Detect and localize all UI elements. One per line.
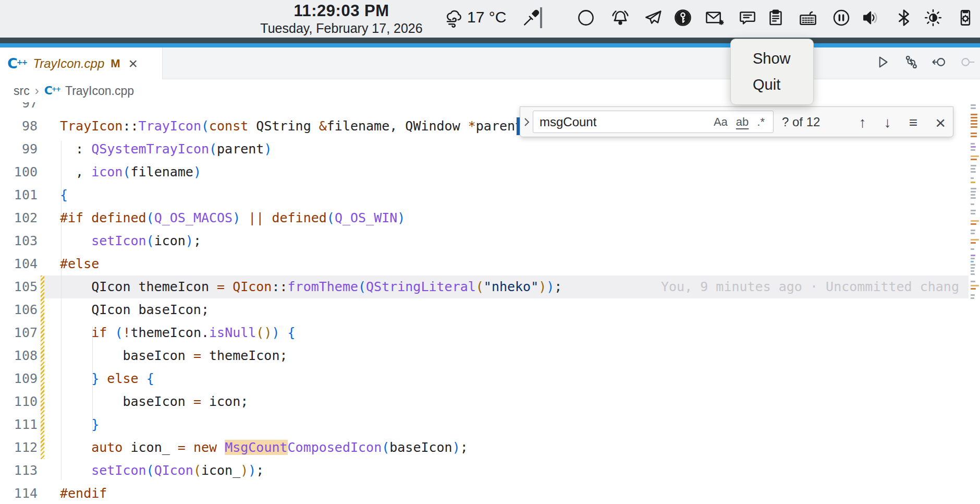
minimap-mark (971, 233, 975, 234)
minimap-mark (971, 194, 975, 196)
keepassxc-key-icon[interactable] (671, 6, 694, 29)
code-line[interactable]: 113 setIcon(QIcon(icon_)); (0, 459, 980, 482)
next-change-icon[interactable] (958, 53, 977, 71)
code-line[interactable]: 102#if defined(Q_OS_MACOS) || defined(Q_… (0, 207, 980, 230)
minimap-mark (971, 264, 975, 266)
code-line[interactable]: 108 baseIcon = themeIcon; (0, 344, 980, 367)
tab-trayicon-cpp[interactable]: C++ TrayIcon.cpp M × (0, 47, 163, 79)
weather-cloud-wind-icon[interactable] (443, 6, 466, 29)
find-previous-icon[interactable]: ↑ (859, 115, 866, 130)
cpp-file-icon: C++ (44, 85, 61, 97)
line-number: 100 (0, 161, 38, 184)
match-case-toggle[interactable]: Aa (714, 115, 728, 129)
open-changes-icon[interactable] (902, 53, 921, 71)
cpp-file-icon: C++ (7, 56, 28, 70)
find-next-icon[interactable]: ↓ (884, 115, 891, 130)
minimap-mark (971, 288, 976, 290)
minimap-mark (971, 120, 977, 122)
line-number: 112 (0, 436, 38, 459)
line-number: 105 (0, 275, 38, 298)
minimap-mark (971, 270, 974, 272)
code-line[interactable]: 114#endif (0, 482, 980, 504)
code-line[interactable]: 104#else (0, 253, 980, 275)
find-in-selection-icon[interactable]: ≡ (909, 115, 917, 130)
code-line[interactable]: 106 QIcon baseIcon; (0, 298, 980, 321)
previous-change-icon[interactable] (930, 53, 949, 71)
notifications-bell-icon[interactable] (609, 6, 632, 29)
code-line[interactable]: 100 , icon(filename) (0, 161, 980, 184)
clock-time: 11:29:03 PM (237, 2, 446, 20)
find-close-icon[interactable]: × (935, 114, 946, 131)
minimap-mark (971, 285, 979, 286)
breadcrumb: src › C++ TrayIcon.cpp (0, 79, 980, 102)
toggle-replace-icon[interactable] (520, 116, 533, 128)
code-line[interactable]: 105 QIcon themeIcon = QIcon::fromTheme(Q… (0, 275, 980, 298)
minimap-mark (971, 143, 975, 145)
find-widget-sash[interactable] (517, 117, 520, 135)
minimap[interactable] (970, 102, 980, 504)
code-editor[interactable]: 9798TrayIcon::TrayIcon(const QString &fi… (0, 102, 980, 504)
minimap-mark (971, 230, 975, 231)
line-number: 107 (0, 321, 38, 344)
clock-date: Tuesday, February 17, 2026 (237, 21, 446, 36)
line-number: 108 (0, 344, 38, 367)
phone-settings-icon[interactable] (954, 6, 977, 29)
minimap-mark (971, 267, 975, 269)
line-number: 110 (0, 390, 38, 413)
menu-item-show[interactable]: Show (731, 45, 813, 71)
media-pause-icon[interactable] (830, 6, 853, 29)
regex-toggle[interactable]: .* (757, 115, 765, 129)
whole-word-toggle[interactable]: ab (736, 115, 749, 129)
code-line[interactable]: 110 baseIcon = icon; (0, 390, 980, 413)
minimap-mark (971, 149, 975, 151)
code-line[interactable]: 112 auto icon_ = new MsgCountComposedIco… (0, 436, 980, 459)
status-circle-icon[interactable] (574, 6, 597, 29)
tab-close-icon[interactable]: × (129, 56, 138, 71)
code-line[interactable]: 103 setIcon(icon); (0, 230, 980, 253)
minimap-mark (971, 136, 977, 137)
minimap-mark (971, 213, 975, 214)
code-line[interactable]: 101{ (0, 184, 980, 207)
line-number: 103 (0, 230, 38, 253)
volume-icon[interactable] (859, 6, 882, 29)
color-picker-icon[interactable] (520, 6, 543, 29)
minimap-mark (971, 223, 976, 225)
code-line[interactable]: 109 } else { (0, 367, 980, 390)
minimap-mark (971, 155, 979, 157)
mail-unread-icon[interactable] (703, 6, 726, 29)
minimap-mark (971, 261, 974, 262)
chevron-right-icon: › (35, 83, 39, 98)
find-input[interactable] (533, 115, 658, 129)
minimap-mark (971, 159, 977, 160)
desktop: 11:29:03 PM Tuesday, February 17, 2026 1… (0, 0, 980, 504)
line-number: 101 (0, 184, 38, 207)
chat-message-icon[interactable] (736, 6, 759, 29)
bluetooth-icon[interactable] (892, 6, 915, 29)
minimap-mark (971, 248, 974, 250)
breadcrumb-file[interactable]: TrayIcon.cpp (65, 84, 134, 98)
clipboard-icon[interactable] (764, 6, 787, 29)
line-number: 106 (0, 298, 38, 321)
code-line[interactable]: 99 : QSystemTrayIcon(parent) (0, 138, 980, 161)
minimap-mark (971, 197, 976, 199)
git-blame-annotation: You, 9 minutes ago · Uncommitted chang (661, 275, 959, 298)
telegram-icon[interactable] (642, 6, 665, 29)
minimap-mark (971, 294, 975, 296)
code-line[interactable]: 111 } (0, 413, 980, 436)
keyboard-icon[interactable] (797, 6, 819, 29)
minimap-mark (971, 171, 976, 173)
tray-context-menu: Show Quit (730, 39, 814, 105)
accent-strip (0, 43, 980, 47)
breadcrumb-folder[interactable]: src (14, 84, 30, 98)
code-line[interactable]: 107 if (!themeIcon.isNull()) { (0, 321, 980, 344)
editor-actions (874, 53, 977, 71)
brightness-icon[interactable] (922, 6, 945, 29)
run-button[interactable] (874, 53, 892, 71)
minimap-mark (971, 126, 977, 128)
minimap-mark (971, 242, 976, 244)
minimap-mark (971, 255, 975, 256)
line-number: 98 (0, 115, 38, 138)
window-titlebar-strip (0, 38, 980, 43)
minimap-mark (971, 281, 975, 282)
menu-item-quit[interactable]: Quit (731, 71, 813, 98)
